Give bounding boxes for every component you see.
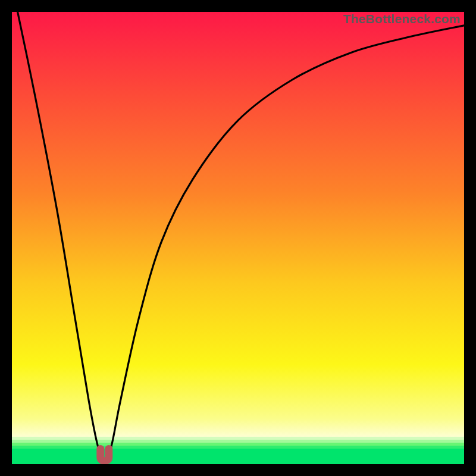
bottleneck-curve — [12, 12, 464, 459]
curve-layer — [12, 12, 464, 464]
chart-frame: TheBottleneck.com — [12, 12, 464, 464]
minimum-marker — [101, 449, 109, 461]
watermark-text: TheBottleneck.com — [343, 12, 461, 26]
